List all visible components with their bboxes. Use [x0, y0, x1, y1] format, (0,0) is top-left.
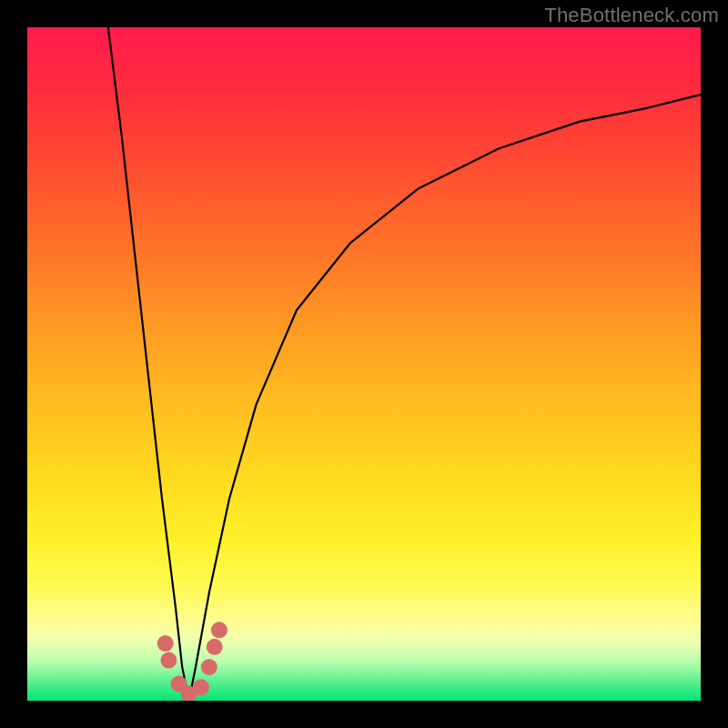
- curve-right-branch: [189, 95, 701, 701]
- data-marker: [157, 635, 174, 652]
- data-marker: [160, 652, 177, 669]
- watermark-text: TheBottleneck.com: [544, 4, 719, 27]
- data-marker: [201, 659, 217, 675]
- curve-layer: [27, 27, 701, 701]
- data-marker: [211, 622, 228, 638]
- curve-left-branch: [108, 27, 189, 701]
- chart-frame: TheBottleneck.com: [0, 0, 728, 728]
- data-marker: [207, 639, 223, 655]
- data-marker: [193, 679, 209, 695]
- marker-group: [157, 622, 228, 701]
- plot-area: [27, 27, 701, 701]
